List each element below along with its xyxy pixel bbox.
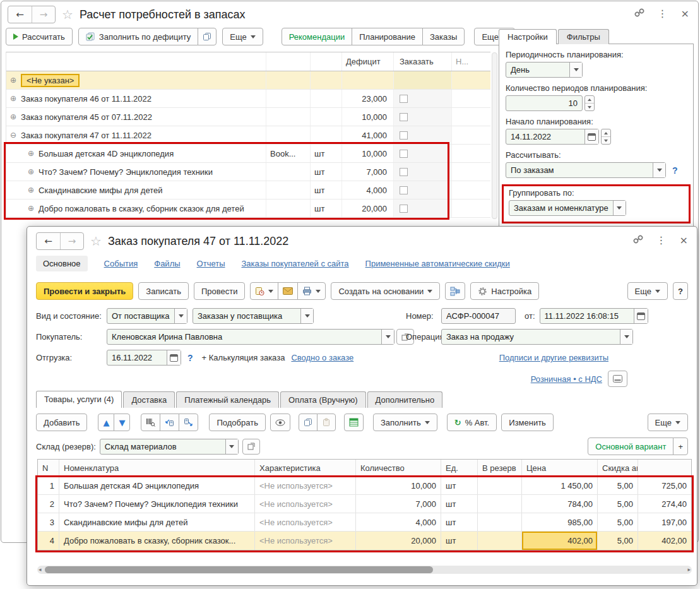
send-email-button[interactable] xyxy=(278,282,298,300)
help-icon[interactable]: ? xyxy=(672,165,678,176)
order-checkbox[interactable] xyxy=(400,168,408,176)
table-row[interactable]: ⊕Заказ покупателя 45 от 07.11.2022 10,00… xyxy=(6,108,490,126)
warehouse-select[interactable]: Склад материалов xyxy=(100,439,239,455)
column-nomenclature[interactable]: Номенклатура xyxy=(59,460,255,476)
order-checkbox[interactable] xyxy=(400,150,408,158)
scroll-right-icon[interactable]: ▸ xyxy=(687,566,691,574)
order-checkbox[interactable] xyxy=(400,205,408,213)
auto-discount-button[interactable]: ↻% Авт. xyxy=(447,413,497,431)
table-row[interactable]: ⊕Что? Зачем? Почему? Энциклопедия техник… xyxy=(6,163,490,181)
table-variant-button[interactable]: Основной вариант xyxy=(588,437,673,455)
copy-rows-button[interactable] xyxy=(299,413,317,431)
barcode-scan-button[interactable] xyxy=(141,413,160,431)
pick-items-button[interactable]: Подобрать xyxy=(209,413,265,431)
start-date-input[interactable]: 14.11.2022 xyxy=(506,129,599,145)
table-row[interactable]: ⊖Заказ покупателя 47 от 11.11.2022 41,00… xyxy=(6,126,490,145)
state-select[interactable]: Заказан у поставщика xyxy=(193,308,314,324)
selected-cell[interactable]: 402,00 xyxy=(522,532,598,550)
back-button[interactable]: ← xyxy=(37,233,60,249)
column-deficit[interactable]: Дефицит xyxy=(342,52,394,71)
price-calc-button[interactable] xyxy=(608,371,627,387)
tab-delivery[interactable]: Доставка xyxy=(123,391,175,408)
number-input[interactable]: АСФР-000047 xyxy=(441,308,516,324)
operation-select[interactable]: Заказ на продажу xyxy=(441,329,633,345)
more-button-1[interactable]: Еще xyxy=(222,28,263,45)
shipment-date-input[interactable]: 16.11.2022 xyxy=(107,350,181,366)
period-count-stepper[interactable] xyxy=(584,95,595,111)
column-characteristic[interactable]: Характеристика xyxy=(255,460,356,476)
tab-additional[interactable]: Дополнительно xyxy=(367,391,443,408)
tab-filters[interactable]: Фильтры xyxy=(558,29,609,44)
column-reserve[interactable]: В резерв xyxy=(478,460,522,476)
vertical-scrollbar[interactable] xyxy=(492,52,497,219)
expand-icon[interactable]: ⊕ xyxy=(28,149,34,158)
table-row-selected[interactable]: 4 Добро пожаловать в сказку, сборник ска… xyxy=(38,532,691,550)
add-row-button[interactable]: Добавить xyxy=(36,413,87,431)
tab-settings[interactable]: Настройки xyxy=(499,29,557,44)
column-order[interactable]: Заказать xyxy=(394,52,452,71)
scrollbar-thumb[interactable] xyxy=(45,566,433,573)
expand-icon[interactable]: ⊕ xyxy=(28,167,34,176)
favorite-star-icon[interactable]: ☆ xyxy=(90,235,102,247)
table-row[interactable]: ⊕Добро пожаловать в сказку, сборник сказ… xyxy=(6,199,490,218)
more-menu-icon[interactable]: ⋮ xyxy=(658,9,668,19)
open-warehouse-button[interactable] xyxy=(242,439,260,455)
order-summary-link[interactable]: Сводно о заказе xyxy=(291,353,353,362)
horizontal-scrollbar[interactable]: ◂ ▸ xyxy=(37,566,692,574)
more-button[interactable]: Еще xyxy=(627,282,668,300)
expand-icon[interactable]: ⊕ xyxy=(10,76,16,85)
nav-auto-discounts[interactable]: Примененные автоматические скидки xyxy=(365,259,510,268)
chevron-down-icon[interactable] xyxy=(613,201,626,215)
kind-select[interactable]: От поставщика xyxy=(107,308,187,324)
fill-by-deficit-button[interactable]: Заполнить по дефициту xyxy=(78,28,198,45)
chevron-down-icon[interactable] xyxy=(569,62,582,77)
edit-button[interactable]: Изменить xyxy=(501,413,554,431)
column-price[interactable]: Цена xyxy=(522,460,598,476)
move-up-icon[interactable]: ▲ xyxy=(98,413,114,431)
fill-copies-button[interactable] xyxy=(198,28,217,45)
help-icon[interactable]: ? xyxy=(187,353,193,363)
back-button[interactable]: ← xyxy=(8,6,32,23)
calendar-icon[interactable] xyxy=(167,350,181,365)
period-count-input[interactable]: 10 xyxy=(506,95,583,111)
calendar-icon[interactable] xyxy=(584,129,598,144)
period-select[interactable]: День xyxy=(506,62,583,78)
items-more-button[interactable]: Еще xyxy=(648,413,688,431)
column-auto-discount[interactable]: Скидка авт. xyxy=(598,460,638,476)
nav-site-orders[interactable]: Заказы покупателей с сайта xyxy=(242,259,349,268)
column-unit[interactable]: Ед. xyxy=(441,460,478,476)
favorite-star-icon[interactable]: ☆ xyxy=(62,8,73,21)
add-variant-button[interactable]: + xyxy=(673,437,688,455)
nav-files[interactable]: Файлы xyxy=(154,259,180,268)
structure-report-button[interactable] xyxy=(445,282,465,300)
more-menu-icon[interactable]: ⋮ xyxy=(656,235,667,246)
nav-events[interactable]: События xyxy=(104,259,138,268)
view-tab-orders[interactable]: Заказы xyxy=(422,28,465,45)
nav-main[interactable]: Основное xyxy=(36,256,88,271)
create-based-on-button[interactable]: Создать на основании xyxy=(331,282,440,300)
collapse-icon[interactable]: ⊖ xyxy=(10,131,16,140)
table-row[interactable]: 3 Скандинавские мифы для детей <Не испол… xyxy=(38,513,691,532)
expand-icon[interactable]: ⊕ xyxy=(28,186,34,194)
group-by-select[interactable]: Заказам и номенклатуре xyxy=(509,200,626,216)
price-type-link[interactable]: Розничная • с НДС xyxy=(531,374,602,384)
forward-button[interactable]: → xyxy=(32,6,55,23)
order-checkbox[interactable] xyxy=(400,131,408,140)
start-date-stepper[interactable] xyxy=(601,129,611,145)
expand-icon[interactable]: ⊕ xyxy=(10,112,16,121)
terminal-download-button[interactable] xyxy=(179,413,198,431)
view-stock-button[interactable] xyxy=(270,413,290,431)
chevron-down-icon[interactable] xyxy=(300,309,313,323)
get-link-icon[interactable] xyxy=(634,8,644,20)
expand-icon[interactable]: ⊕ xyxy=(10,94,16,103)
order-checkbox[interactable] xyxy=(400,186,408,194)
column-more[interactable]: Н... xyxy=(452,52,490,71)
post-button[interactable]: Провести xyxy=(194,282,246,300)
view-tab-planning[interactable]: Планирование xyxy=(352,28,423,45)
table-row[interactable]: ⊕Заказ покупателя 46 от 11.11.2022 23,00… xyxy=(6,90,490,108)
tab-payment-manual[interactable]: Оплата (Вручную) xyxy=(280,391,365,408)
chevron-down-icon[interactable] xyxy=(620,330,632,344)
order-checkbox[interactable] xyxy=(400,113,408,121)
table-row[interactable]: 2 Что? Зачем? Почему? Энциклопедия техни… xyxy=(38,495,691,513)
datetime-input[interactable]: 11.11.2022 16:08:15 xyxy=(540,308,648,324)
